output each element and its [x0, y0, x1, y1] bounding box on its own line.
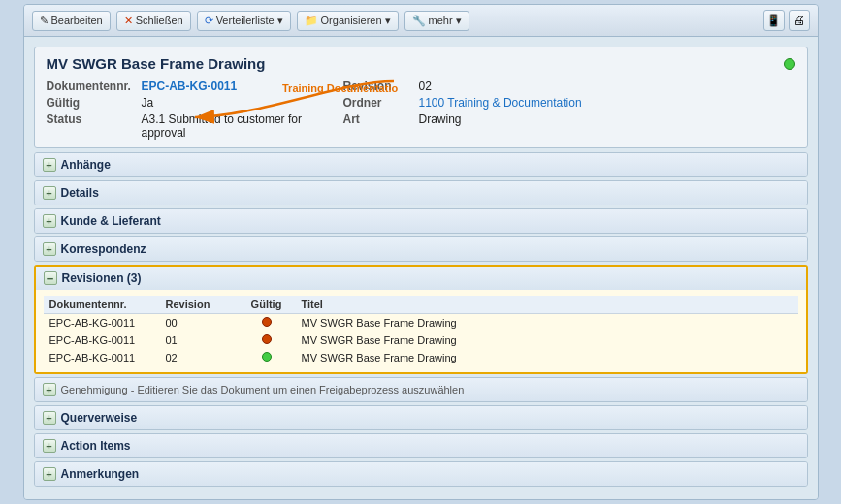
art-label: Art: [343, 112, 411, 140]
status-value: A3.1 Submitted to customer for approval: [142, 112, 336, 140]
gueltig-label: Gültig: [47, 96, 134, 110]
section-kunde-lieferant: + Kunde & Lieferant: [34, 208, 808, 234]
section-kunde-title: Kunde & Lieferant: [61, 214, 161, 228]
status-dot-red-0: [262, 317, 272, 327]
section-genehmigung-title: Genehmigung - Editieren Sie das Dokument…: [61, 384, 465, 395]
dokumentennr-value: EPC-AB-KG-0011: [142, 79, 336, 93]
ordner-value[interactable]: 1100 Training & Documentation: [419, 96, 795, 110]
section-querverweise-header[interactable]: + Querverweise: [35, 406, 807, 429]
table-row[interactable]: EPC-AB-KG-0011 02 MV SWGR Base Frame Dra…: [44, 349, 798, 366]
document-fields: Dokumentennr. EPC-AB-KG-0011 Revision 02…: [47, 79, 795, 140]
rev-titel-1[interactable]: MV SWGR Base Frame Drawing: [296, 331, 798, 349]
dropdown-arrow-icon-2: ▾: [385, 15, 391, 27]
wrench-icon: 🔧: [412, 15, 426, 27]
refresh-icon: ⟳: [205, 15, 213, 27]
section-kunde-lieferant-header[interactable]: + Kunde & Lieferant: [35, 209, 807, 233]
expand-icon-querverweise: +: [43, 411, 56, 425]
rev-revision-0: 00: [160, 314, 238, 332]
section-revisionen-title: Revisionen (3): [62, 271, 142, 285]
dropdown-arrow-icon-3: ▾: [456, 15, 462, 27]
rev-docnr-2[interactable]: EPC-AB-KG-0011: [44, 349, 160, 366]
col-header-docnr: Dokumentennr.: [44, 296, 160, 314]
status-label: Status: [47, 112, 134, 140]
section-details: + Details: [34, 180, 808, 205]
dropdown-arrow-icon: ▾: [277, 15, 283, 27]
section-querverweise-title: Querverweise: [61, 411, 138, 425]
document-title: MV SWGR Base Frame Drawing: [47, 55, 266, 72]
section-action-items-title: Action Items: [61, 439, 131, 453]
section-korrespondenz-header[interactable]: + Korrespondenz: [35, 237, 807, 261]
bearbeiten-button[interactable]: ✎ Bearbeiten: [32, 11, 111, 31]
status-dot-green-2: [262, 352, 272, 362]
section-revisionen-header[interactable]: − Revisionen (3): [36, 267, 806, 290]
document-header-card: MV SWGR Base Frame Drawing Training Docu…: [34, 47, 808, 148]
section-anmerkungen-header[interactable]: + Anmerkungen: [35, 462, 807, 486]
section-korrespondenz-title: Korrespondenz: [61, 242, 146, 256]
rev-gueltig-2: [238, 349, 296, 366]
section-genehmigung: + Genehmigung - Editieren Sie das Dokume…: [34, 377, 808, 402]
expand-icon-korrespondenz: +: [43, 242, 56, 256]
revisions-table: Dokumentennr. Revision Gültig Titel EPC-…: [44, 296, 798, 366]
rev-gueltig-0: [238, 314, 296, 332]
toolbar: ✎ Bearbeiten ✕ Schließen ⟳ Verteilerlist…: [24, 5, 818, 37]
section-korrespondenz: + Korrespondenz: [34, 236, 808, 262]
rev-docnr-0[interactable]: EPC-AB-KG-0011: [44, 314, 160, 332]
rev-revision-1: 01: [160, 331, 238, 349]
rev-docnr-1[interactable]: EPC-AB-KG-0011: [44, 331, 160, 349]
section-action-items-header[interactable]: + Action Items: [35, 434, 807, 457]
edit-icon: ✎: [40, 15, 49, 27]
status-dot-red-1: [262, 334, 272, 344]
rev-titel-2[interactable]: MV SWGR Base Frame Drawing: [296, 349, 798, 366]
expand-icon-genehmigung: +: [43, 383, 56, 396]
revisions-body: Dokumentennr. Revision Gültig Titel EPC-…: [36, 290, 806, 372]
print-icon[interactable]: 🖨: [789, 10, 810, 31]
verteilerliste-button[interactable]: ⟳ Verteilerliste ▾: [197, 11, 291, 31]
section-anmerkungen: + Anmerkungen: [34, 461, 808, 487]
col-header-gueltig: Gültig: [238, 296, 296, 314]
mehr-button[interactable]: 🔧 mehr ▾: [404, 11, 469, 31]
section-anhaenge-header[interactable]: + Anhänge: [35, 153, 807, 176]
expand-icon-kunde: +: [43, 214, 56, 228]
dokumentennr-label: Dokumentennr.: [47, 79, 134, 93]
toolbar-right-icons: 📱 🖨: [763, 10, 810, 31]
table-row[interactable]: EPC-AB-KG-0011 00 MV SWGR Base Frame Dra…: [44, 314, 798, 332]
expand-icon-anmerkungen: +: [43, 467, 56, 481]
section-details-title: Details: [61, 186, 99, 200]
ordner-label: Ordner: [343, 96, 411, 110]
section-revisionen: − Revisionen (3) Dokumentennr. Revision …: [34, 265, 808, 374]
section-anhaenge: + Anhänge: [34, 152, 808, 177]
main-window: ✎ Bearbeiten ✕ Schließen ⟳ Verteilerlist…: [23, 4, 819, 500]
mobile-icon[interactable]: 📱: [763, 10, 785, 31]
revision-label: Revision: [343, 79, 411, 93]
section-details-header[interactable]: + Details: [35, 181, 807, 205]
section-querverweise: + Querverweise: [34, 405, 808, 430]
gueltig-value: Ja: [142, 96, 336, 110]
rev-revision-2: 02: [160, 349, 238, 366]
art-value: Drawing: [419, 112, 795, 140]
expand-icon-revisionen: −: [44, 271, 57, 285]
revision-value: 02: [419, 79, 795, 93]
schliessen-button[interactable]: ✕ Schließen: [116, 11, 191, 31]
main-content: MV SWGR Base Frame Drawing Training Docu…: [24, 37, 818, 499]
section-anhaenge-title: Anhänge: [61, 158, 111, 172]
expand-icon-anhaenge: +: [43, 158, 56, 172]
organisieren-button[interactable]: 📁 Organisieren ▾: [297, 11, 399, 31]
status-indicator-green: [784, 58, 795, 70]
expand-icon-action-items: +: [43, 439, 56, 453]
col-header-titel: Titel: [296, 296, 798, 314]
table-row[interactable]: EPC-AB-KG-0011 01 MV SWGR Base Frame Dra…: [44, 331, 798, 349]
section-genehmigung-header[interactable]: + Genehmigung - Editieren Sie das Dokume…: [35, 378, 807, 401]
rev-gueltig-1: [238, 331, 296, 349]
close-icon: ✕: [124, 15, 133, 27]
rev-titel-0[interactable]: MV SWGR Base Frame Drawing: [296, 314, 798, 332]
col-header-revision: Revision: [160, 296, 238, 314]
folder-icon: 📁: [305, 15, 318, 27]
section-action-items: + Action Items: [34, 433, 808, 458]
expand-icon-details: +: [43, 186, 56, 200]
section-anmerkungen-title: Anmerkungen: [61, 467, 140, 481]
